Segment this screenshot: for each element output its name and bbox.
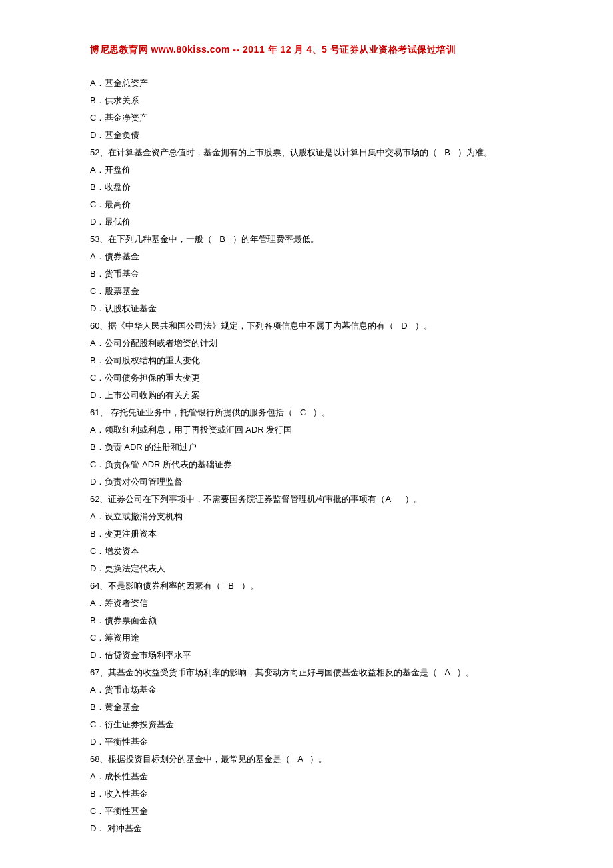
text-line: A．成长性基金	[90, 768, 533, 785]
text-line: 52、在计算基金资产总值时，基金拥有的上市股票、认股权证是以计算日集中交易市场的…	[90, 144, 533, 161]
text-line: A．公司分配股利或者增资的计划	[90, 335, 533, 352]
text-line: B．收盘价	[90, 179, 533, 196]
text-line: C．平衡性基金	[90, 803, 533, 820]
text-line: C．公司债务担保的重大变更	[90, 369, 533, 387]
text-line: B．债券票面金额	[90, 612, 533, 629]
text-line: 64、不是影响债券利率的因素有（ B ）。	[90, 577, 533, 595]
text-line: B．公司股权结构的重大变化	[90, 352, 533, 369]
text-line: A．基金总资产	[90, 75, 533, 92]
text-line: B．货币基金	[90, 265, 533, 283]
text-line: B．变更注册资本	[90, 525, 533, 543]
text-line: C．负责保管 ADR 所代表的基础证券	[90, 456, 533, 473]
text-line: 62、证券公司在下列事项中，不需要国务院证券监督管理机构审批的事项有（A ）。	[90, 491, 533, 508]
text-line: D．借贷资金市场利率水平	[90, 647, 533, 664]
text-line: A．领取红利或利息，用于再投资或汇回 ADR 发行国	[90, 421, 533, 439]
text-line: D．认股权证基金	[90, 300, 533, 317]
text-line: 61、 存托凭证业务中，托管银行所提供的服务包括（ C ）。	[90, 404, 533, 421]
text-line: B．黄金基金	[90, 699, 533, 716]
text-line: A．债券基金	[90, 248, 533, 265]
text-line: A．货币市场基金	[90, 681, 533, 699]
text-line: C．最高价	[90, 196, 533, 213]
text-line: D．基金负债	[90, 127, 533, 144]
text-line: D．更换法定代表人	[90, 560, 533, 577]
text-line: A．筹资者资信	[90, 595, 533, 612]
text-line: 60、据《中华人民共和国公司法》规定，下列各项信息中不属于内幕信息的有（ D ）…	[90, 317, 533, 335]
text-line: D． 对冲基金	[90, 820, 533, 837]
text-line: D．最低价	[90, 213, 533, 231]
document-body: A．基金总资产B．供求关系C．基金净资产D．基金负债52、在计算基金资产总值时，…	[90, 75, 533, 837]
text-line: B．收入性基金	[90, 785, 533, 803]
text-line: C．筹资用途	[90, 629, 533, 647]
text-line: C．股票基金	[90, 283, 533, 300]
text-line: 53、在下列几种基金中，一般（ B ）的年管理费率最低。	[90, 231, 533, 248]
text-line: D．平衡性基金	[90, 733, 533, 751]
text-line: C．增发资本	[90, 543, 533, 560]
page-header: 博尼思教育网 www.80kiss.com -- 2011 年 12 月 4、5…	[90, 40, 533, 59]
text-line: A．设立或撤消分支机构	[90, 508, 533, 525]
text-line: A．开盘价	[90, 161, 533, 179]
text-line: C．基金净资产	[90, 109, 533, 127]
text-line: 67、其基金的收益受货币市场利率的影响，其变动方向正好与国债基金收益相反的基金是…	[90, 664, 533, 681]
text-line: D．上市公司收购的有关方案	[90, 387, 533, 404]
text-line: B．负责 ADR 的注册和过户	[90, 439, 533, 456]
text-line: B．供求关系	[90, 92, 533, 109]
text-line: C．衍生证券投资基金	[90, 716, 533, 733]
text-line: 68、根据投资目标划分的基金中，最常见的基金是（ A ）。	[90, 751, 533, 768]
text-line: D．负责对公司管理监督	[90, 473, 533, 491]
